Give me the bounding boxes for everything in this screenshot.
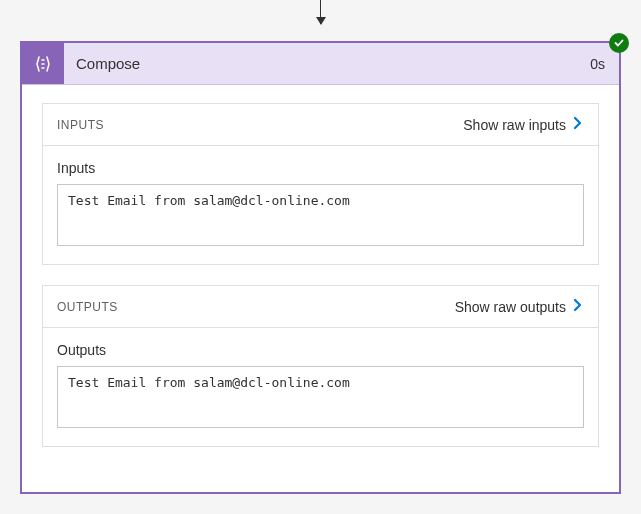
show-raw-inputs-label: Show raw inputs — [463, 117, 566, 133]
outputs-section: OUTPUTS Show raw outputs Outputs Test Em… — [42, 285, 599, 447]
flow-arrow — [0, 0, 641, 40]
outputs-section-header: OUTPUTS Show raw outputs — [43, 286, 598, 328]
inputs-field-label: Inputs — [57, 160, 584, 176]
card-body: INPUTS Show raw inputs Inputs Test Email… — [22, 85, 619, 485]
success-badge-icon — [609, 33, 629, 53]
show-raw-outputs-link[interactable]: Show raw outputs — [455, 298, 584, 315]
inputs-section-body: Inputs Test Email from salam@dcl-online.… — [43, 146, 598, 264]
inputs-value-box[interactable]: Test Email from salam@dcl-online.com — [57, 184, 584, 246]
card-title: Compose — [64, 43, 590, 84]
inputs-section-title: INPUTS — [57, 118, 104, 132]
show-raw-inputs-link[interactable]: Show raw inputs — [463, 116, 584, 133]
outputs-section-body: Outputs Test Email from salam@dcl-online… — [43, 328, 598, 446]
show-raw-outputs-label: Show raw outputs — [455, 299, 566, 315]
outputs-value-box[interactable]: Test Email from salam@dcl-online.com — [57, 366, 584, 428]
outputs-field-label: Outputs — [57, 342, 584, 358]
chevron-right-icon — [572, 298, 584, 315]
card-header[interactable]: Compose 0s — [22, 43, 619, 85]
inputs-section-header: INPUTS Show raw inputs — [43, 104, 598, 146]
outputs-section-title: OUTPUTS — [57, 300, 118, 314]
inputs-section: INPUTS Show raw inputs Inputs Test Email… — [42, 103, 599, 265]
compose-icon — [22, 43, 64, 84]
compose-action-card: Compose 0s INPUTS Show raw inputs Inputs… — [20, 41, 621, 494]
chevron-right-icon — [572, 116, 584, 133]
